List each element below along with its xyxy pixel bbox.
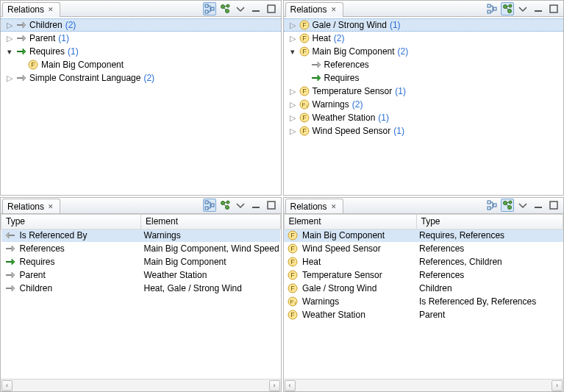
tree-item-label: Main Big Component xyxy=(40,60,124,70)
table-row[interactable]: HeatReferences, Children xyxy=(284,255,563,268)
minimize-icon[interactable] xyxy=(249,199,263,212)
relations-tree[interactable]: ▷Gale / Strong Wind(1)▷Heat(2)▾Main Big … xyxy=(284,17,564,195)
tree-item[interactable]: ▷Wind Speed Sensor(1) xyxy=(284,124,564,138)
tree-view-icon[interactable] xyxy=(203,2,216,15)
tabbar: Relations ✕ xyxy=(1,1,281,17)
view-menu-icon[interactable] xyxy=(234,2,247,15)
collapse-icon[interactable]: ▾ xyxy=(287,47,299,57)
table-row[interactable]: Is Referenced ByWarnings xyxy=(1,229,281,242)
tree-item[interactable]: ▷Warnings(2) xyxy=(284,98,564,111)
close-icon[interactable]: ✕ xyxy=(331,7,337,13)
tab-relations[interactable]: Relations ✕ xyxy=(2,199,60,213)
view-menu-icon[interactable] xyxy=(516,199,529,212)
tree-item[interactable]: ▷Gale / Strong Wind(1) xyxy=(284,18,564,32)
expand-icon[interactable]: ▷ xyxy=(4,74,15,83)
cell-text: Is Referenced By xyxy=(20,230,88,240)
tree-item[interactable]: References xyxy=(284,58,564,71)
feat-icon xyxy=(287,243,299,254)
table-row[interactable]: ParentWeather Station xyxy=(1,268,281,282)
expand-icon[interactable]: ▷ xyxy=(287,34,299,43)
column-header[interactable]: Type xyxy=(1,214,141,229)
tab-relations[interactable]: Relations ✕ xyxy=(285,2,343,17)
table-row[interactable]: Weather StationParent xyxy=(284,308,563,321)
tree-item[interactable]: ▷Parent(1) xyxy=(1,32,281,45)
table-row[interactable]: ReferencesMain Big Component, Wind Speed… xyxy=(1,242,281,255)
pane-top-left: Relations ✕ ▷Children(2)▷Parent(1)▾Requi… xyxy=(0,0,282,196)
cell-text: References xyxy=(419,243,464,254)
expand-icon[interactable]: ▷ xyxy=(4,21,15,30)
tree-item[interactable]: Main Big Component xyxy=(1,58,281,71)
scroll-left-icon[interactable]: ‹ xyxy=(1,380,13,391)
pane-bottom-right: Relations ✕ Element Type Main Big Compon… xyxy=(283,197,565,393)
feat-icon xyxy=(299,32,310,44)
feat-icon xyxy=(287,309,299,321)
expand-icon[interactable]: ▷ xyxy=(287,100,299,110)
tree-item[interactable]: ▾Requires(1) xyxy=(1,45,281,58)
maximize-icon[interactable] xyxy=(547,199,560,212)
expand-icon[interactable]: ▷ xyxy=(4,34,15,43)
column-header[interactable]: Element xyxy=(284,214,416,229)
cell-text: Weather Station xyxy=(144,270,207,280)
tree-item-label: Main Big Component xyxy=(312,46,396,57)
graph-view-icon[interactable] xyxy=(218,199,232,212)
table-row[interactable]: Temperature SensorReferences xyxy=(284,268,563,282)
maximize-icon[interactable] xyxy=(547,2,560,15)
tree-item[interactable]: ▷Weather Station(1) xyxy=(284,111,564,124)
scroll-right-icon[interactable]: › xyxy=(551,380,563,391)
tab-relations[interactable]: Relations ✕ xyxy=(2,2,60,17)
tree-view-icon[interactable] xyxy=(203,199,216,212)
tree-item[interactable]: ▷Simple Constraint Language(2) xyxy=(1,71,281,85)
horizontal-scrollbar[interactable]: ‹ › xyxy=(1,379,281,391)
table-row[interactable]: RequiresMain Big Component xyxy=(1,255,281,268)
column-header[interactable]: Type xyxy=(416,214,563,229)
cell-text: Warnings xyxy=(302,296,339,307)
close-icon[interactable]: ✕ xyxy=(48,7,54,13)
graph-view-icon[interactable] xyxy=(218,2,232,15)
tree-item-label: References xyxy=(324,60,370,70)
tree-item[interactable]: Requires xyxy=(284,71,564,85)
table-row[interactable]: Gale / Strong WindChildren xyxy=(284,282,563,295)
minimize-icon[interactable] xyxy=(249,2,263,15)
expand-icon[interactable]: ▷ xyxy=(287,21,299,30)
graph-view-icon[interactable] xyxy=(501,2,514,15)
maximize-icon[interactable] xyxy=(265,2,278,15)
column-header[interactable]: Element xyxy=(141,214,281,229)
maximize-icon[interactable] xyxy=(265,199,278,212)
table-row[interactable]: Wind Speed SensorReferences xyxy=(284,242,563,255)
relations-table[interactable]: Type Element Is Referenced ByWarningsRef… xyxy=(1,214,281,296)
cell-text: References xyxy=(20,243,65,254)
expand-icon[interactable]: ▷ xyxy=(287,87,299,96)
tab-title: Relations xyxy=(7,4,44,15)
relations-tree[interactable]: ▷Children(2)▷Parent(1)▾Requires(1)Main B… xyxy=(1,17,281,195)
view-menu-icon[interactable] xyxy=(516,2,529,15)
tree-item[interactable]: ▾Main Big Component(2) xyxy=(284,45,564,58)
tree-item[interactable]: ▷Heat(2) xyxy=(284,32,564,45)
tree-item[interactable]: ▷Temperature Sensor(1) xyxy=(284,85,564,98)
table-row[interactable]: ChildrenHeat, Gale / Strong Wind xyxy=(1,282,281,295)
expand-icon[interactable]: ▷ xyxy=(287,126,299,136)
feat-icon xyxy=(287,229,299,241)
tree-item[interactable]: ▷Children(2) xyxy=(1,18,281,32)
tab-relations[interactable]: Relations ✕ xyxy=(285,199,343,213)
close-icon[interactable]: ✕ xyxy=(331,204,337,210)
feat-icon xyxy=(287,282,299,294)
table-row[interactable]: WarningsIs Referenced By, References xyxy=(284,295,563,308)
close-icon[interactable]: ✕ xyxy=(48,204,54,210)
cell-text: Weather Station xyxy=(302,310,365,320)
horizontal-scrollbar[interactable]: ‹ › xyxy=(284,379,564,391)
table-row[interactable]: Main Big ComponentRequires, References xyxy=(284,229,563,242)
graph-view-icon[interactable] xyxy=(501,199,514,212)
expand-icon[interactable]: ▷ xyxy=(287,113,299,123)
cell-text: Children xyxy=(20,283,53,293)
relations-table[interactable]: Element Type Main Big ComponentRequires,… xyxy=(284,214,564,322)
minimize-icon[interactable] xyxy=(532,2,545,15)
rel-gray-back-icon xyxy=(4,229,16,241)
rel-gray-icon xyxy=(4,269,16,281)
scroll-left-icon[interactable]: ‹ xyxy=(285,380,296,391)
minimize-icon[interactable] xyxy=(532,199,545,212)
tree-view-icon[interactable] xyxy=(485,199,499,212)
collapse-icon[interactable]: ▾ xyxy=(4,47,15,57)
scroll-right-icon[interactable]: › xyxy=(269,380,280,391)
view-menu-icon[interactable] xyxy=(234,199,247,212)
tree-view-icon[interactable] xyxy=(485,2,499,15)
